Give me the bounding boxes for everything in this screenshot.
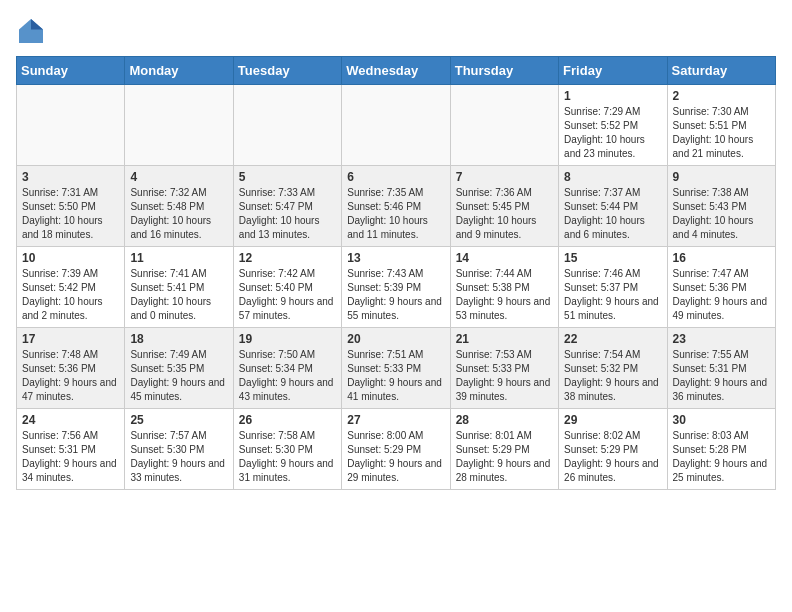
day-number: 6 [347,170,444,184]
calendar-day-cell: 26Sunrise: 7:58 AMSunset: 5:30 PMDayligh… [233,409,341,490]
day-info: Sunrise: 7:51 AMSunset: 5:33 PMDaylight:… [347,348,444,404]
day-info: Sunrise: 7:38 AMSunset: 5:43 PMDaylight:… [673,186,770,242]
day-number: 25 [130,413,227,427]
day-number: 26 [239,413,336,427]
day-number: 7 [456,170,553,184]
calendar-week-row: 24Sunrise: 7:56 AMSunset: 5:31 PMDayligh… [17,409,776,490]
svg-marker-2 [31,19,43,30]
calendar-day-cell: 16Sunrise: 7:47 AMSunset: 5:36 PMDayligh… [667,247,775,328]
day-number: 13 [347,251,444,265]
calendar-day-cell: 25Sunrise: 7:57 AMSunset: 5:30 PMDayligh… [125,409,233,490]
day-info: Sunrise: 7:48 AMSunset: 5:36 PMDaylight:… [22,348,119,404]
calendar-day-cell [17,85,125,166]
weekday-header: Sunday [17,57,125,85]
day-number: 30 [673,413,770,427]
day-info: Sunrise: 7:46 AMSunset: 5:37 PMDaylight:… [564,267,661,323]
day-number: 16 [673,251,770,265]
day-number: 18 [130,332,227,346]
calendar-day-cell: 9Sunrise: 7:38 AMSunset: 5:43 PMDaylight… [667,166,775,247]
calendar-day-cell [342,85,450,166]
calendar-day-cell: 8Sunrise: 7:37 AMSunset: 5:44 PMDaylight… [559,166,667,247]
day-info: Sunrise: 7:29 AMSunset: 5:52 PMDaylight:… [564,105,661,161]
day-number: 10 [22,251,119,265]
calendar-day-cell [450,85,558,166]
day-info: Sunrise: 7:32 AMSunset: 5:48 PMDaylight:… [130,186,227,242]
day-number: 3 [22,170,119,184]
day-number: 24 [22,413,119,427]
day-number: 8 [564,170,661,184]
day-info: Sunrise: 7:43 AMSunset: 5:39 PMDaylight:… [347,267,444,323]
calendar-day-cell: 5Sunrise: 7:33 AMSunset: 5:47 PMDaylight… [233,166,341,247]
weekday-header: Friday [559,57,667,85]
calendar-week-row: 10Sunrise: 7:39 AMSunset: 5:42 PMDayligh… [17,247,776,328]
day-number: 11 [130,251,227,265]
day-number: 15 [564,251,661,265]
day-number: 20 [347,332,444,346]
day-info: Sunrise: 7:58 AMSunset: 5:30 PMDaylight:… [239,429,336,485]
day-number: 29 [564,413,661,427]
calendar-day-cell: 12Sunrise: 7:42 AMSunset: 5:40 PMDayligh… [233,247,341,328]
page-header [16,16,776,46]
calendar-day-cell: 19Sunrise: 7:50 AMSunset: 5:34 PMDayligh… [233,328,341,409]
calendar-day-cell: 11Sunrise: 7:41 AMSunset: 5:41 PMDayligh… [125,247,233,328]
weekday-header: Monday [125,57,233,85]
calendar-day-cell: 15Sunrise: 7:46 AMSunset: 5:37 PMDayligh… [559,247,667,328]
calendar-day-cell: 24Sunrise: 7:56 AMSunset: 5:31 PMDayligh… [17,409,125,490]
day-info: Sunrise: 7:33 AMSunset: 5:47 PMDaylight:… [239,186,336,242]
day-info: Sunrise: 7:50 AMSunset: 5:34 PMDaylight:… [239,348,336,404]
calendar-day-cell: 22Sunrise: 7:54 AMSunset: 5:32 PMDayligh… [559,328,667,409]
calendar-day-cell: 14Sunrise: 7:44 AMSunset: 5:38 PMDayligh… [450,247,558,328]
calendar-table: SundayMondayTuesdayWednesdayThursdayFrid… [16,56,776,490]
day-number: 2 [673,89,770,103]
day-info: Sunrise: 8:02 AMSunset: 5:29 PMDaylight:… [564,429,661,485]
day-info: Sunrise: 7:36 AMSunset: 5:45 PMDaylight:… [456,186,553,242]
weekday-header: Thursday [450,57,558,85]
day-number: 4 [130,170,227,184]
calendar-day-cell: 27Sunrise: 8:00 AMSunset: 5:29 PMDayligh… [342,409,450,490]
day-info: Sunrise: 7:35 AMSunset: 5:46 PMDaylight:… [347,186,444,242]
logo [16,16,48,46]
calendar-day-cell: 23Sunrise: 7:55 AMSunset: 5:31 PMDayligh… [667,328,775,409]
calendar-day-cell: 13Sunrise: 7:43 AMSunset: 5:39 PMDayligh… [342,247,450,328]
day-info: Sunrise: 8:03 AMSunset: 5:28 PMDaylight:… [673,429,770,485]
day-number: 5 [239,170,336,184]
calendar-day-cell: 30Sunrise: 8:03 AMSunset: 5:28 PMDayligh… [667,409,775,490]
day-info: Sunrise: 7:57 AMSunset: 5:30 PMDaylight:… [130,429,227,485]
day-info: Sunrise: 7:39 AMSunset: 5:42 PMDaylight:… [22,267,119,323]
calendar-day-cell [125,85,233,166]
calendar-week-row: 3Sunrise: 7:31 AMSunset: 5:50 PMDaylight… [17,166,776,247]
day-info: Sunrise: 7:30 AMSunset: 5:51 PMDaylight:… [673,105,770,161]
weekday-header-row: SundayMondayTuesdayWednesdayThursdayFrid… [17,57,776,85]
day-number: 23 [673,332,770,346]
day-number: 14 [456,251,553,265]
calendar-day-cell: 3Sunrise: 7:31 AMSunset: 5:50 PMDaylight… [17,166,125,247]
day-number: 17 [22,332,119,346]
calendar-day-cell: 1Sunrise: 7:29 AMSunset: 5:52 PMDaylight… [559,85,667,166]
day-number: 22 [564,332,661,346]
weekday-header: Tuesday [233,57,341,85]
day-info: Sunrise: 7:54 AMSunset: 5:32 PMDaylight:… [564,348,661,404]
day-info: Sunrise: 7:31 AMSunset: 5:50 PMDaylight:… [22,186,119,242]
calendar-day-cell: 10Sunrise: 7:39 AMSunset: 5:42 PMDayligh… [17,247,125,328]
calendar-day-cell: 21Sunrise: 7:53 AMSunset: 5:33 PMDayligh… [450,328,558,409]
day-number: 21 [456,332,553,346]
day-number: 28 [456,413,553,427]
calendar-week-row: 17Sunrise: 7:48 AMSunset: 5:36 PMDayligh… [17,328,776,409]
calendar-day-cell: 18Sunrise: 7:49 AMSunset: 5:35 PMDayligh… [125,328,233,409]
calendar-week-row: 1Sunrise: 7:29 AMSunset: 5:52 PMDaylight… [17,85,776,166]
calendar-day-cell: 4Sunrise: 7:32 AMSunset: 5:48 PMDaylight… [125,166,233,247]
day-number: 27 [347,413,444,427]
logo-icon [16,16,46,46]
calendar-day-cell: 28Sunrise: 8:01 AMSunset: 5:29 PMDayligh… [450,409,558,490]
day-info: Sunrise: 7:47 AMSunset: 5:36 PMDaylight:… [673,267,770,323]
day-number: 9 [673,170,770,184]
calendar-day-cell: 20Sunrise: 7:51 AMSunset: 5:33 PMDayligh… [342,328,450,409]
day-info: Sunrise: 7:41 AMSunset: 5:41 PMDaylight:… [130,267,227,323]
calendar-day-cell: 6Sunrise: 7:35 AMSunset: 5:46 PMDaylight… [342,166,450,247]
day-info: Sunrise: 7:44 AMSunset: 5:38 PMDaylight:… [456,267,553,323]
weekday-header: Wednesday [342,57,450,85]
day-info: Sunrise: 8:01 AMSunset: 5:29 PMDaylight:… [456,429,553,485]
day-number: 12 [239,251,336,265]
day-info: Sunrise: 7:42 AMSunset: 5:40 PMDaylight:… [239,267,336,323]
day-info: Sunrise: 7:49 AMSunset: 5:35 PMDaylight:… [130,348,227,404]
